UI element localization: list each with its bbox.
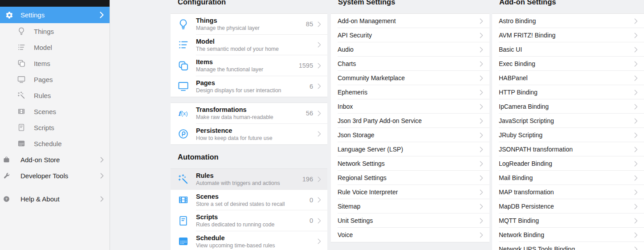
list-item-api-security[interactable]: API Security xyxy=(331,28,489,42)
sidebar-item-scripts[interactable]: Scripts xyxy=(0,119,110,135)
item-description: Manage the physical layer xyxy=(196,25,306,32)
sidebar-item-scenes[interactable]: Scenes xyxy=(0,103,110,119)
item-title: Things xyxy=(196,16,306,25)
list-item-label: Network Settings xyxy=(338,160,385,167)
list-item-language-server-lsp[interactable]: Language Server (LSP) xyxy=(331,142,489,156)
list-item-map-transformation[interactable]: MAP transformation xyxy=(492,185,644,199)
item-description: The semantic model of your home xyxy=(196,46,318,53)
sidebar-item-settings[interactable]: Settings xyxy=(0,7,110,23)
list-item-json-3rd-party-add-on-service[interactable]: Json 3rd Party Add-on Service xyxy=(331,114,489,128)
sidebar-item-label: Schedule xyxy=(34,140,62,148)
list-item-label: IpCamera Binding xyxy=(499,103,549,110)
config-item-model[interactable]: ModelThe semantic model of your home xyxy=(171,35,327,56)
list-item-http-binding[interactable]: HTTP Binding xyxy=(492,85,644,99)
chevron-right-icon xyxy=(480,232,483,238)
config-item-things[interactable]: ThingsManage the physical layer85 xyxy=(171,14,327,35)
list-item-label: Ephemeris xyxy=(338,89,367,96)
automation-title: Automation xyxy=(178,152,327,161)
sidebar-item-schedule[interactable]: Schedule xyxy=(0,135,110,152)
system-settings-title: System Settings xyxy=(338,0,489,11)
chevron-right-icon xyxy=(318,238,321,244)
list-item-jsonpath-transformation[interactable]: JSONPATH transformation xyxy=(492,142,644,156)
configuration-title: Configuration xyxy=(178,0,327,11)
item-count: 85 xyxy=(306,20,313,28)
chevron-right-icon xyxy=(480,75,483,81)
sidebar-item-help-about[interactable]: ? Help & About xyxy=(0,191,110,207)
config-item-scenes[interactable]: ScenesStore a set of desired states to r… xyxy=(171,190,327,211)
chevron-right-icon xyxy=(480,18,483,24)
list-item-mail-binding[interactable]: Mail Binding xyxy=(492,171,644,185)
configuration-card-2: f(x)TransformationsMake raw data human-r… xyxy=(171,102,327,145)
chevron-right-icon xyxy=(318,63,321,69)
list-item-label: MQTT Binding xyxy=(499,217,539,224)
list-item-label: Inbox xyxy=(338,103,353,110)
list-item-unit-settings[interactable]: Unit Settings xyxy=(331,213,489,228)
list-item-logreader-binding[interactable]: LogReader Binding xyxy=(492,156,644,171)
chevron-right-icon xyxy=(480,118,483,124)
list-item-audio[interactable]: Audio xyxy=(331,42,489,57)
list-item-network-ups-tools-binding[interactable]: Network UPS Tools Binding xyxy=(492,242,644,250)
list-item-network-settings[interactable]: Network Settings xyxy=(331,156,489,171)
gear-icon xyxy=(5,11,13,19)
list-item-network-binding[interactable]: Network Binding xyxy=(492,228,644,242)
sidebar-item-items[interactable]: Items xyxy=(0,55,110,71)
item-count: 6 xyxy=(310,83,313,90)
list-item-ephemeris[interactable]: Ephemeris xyxy=(331,85,489,99)
sidebar-item-developer-tools[interactable]: Developer Tools xyxy=(0,168,110,184)
system-settings-column: System Settings Add-on ManagementAPI Sec… xyxy=(331,0,489,242)
list-item-exec-binding[interactable]: Exec Binding xyxy=(492,57,644,71)
chevron-right-icon xyxy=(634,204,638,209)
config-item-persistence[interactable]: PersistenceHow to keep data for future u… xyxy=(171,124,327,145)
list-item-json-storage[interactable]: Json Storage xyxy=(331,128,489,142)
chevron-right-icon xyxy=(318,218,321,224)
sidebar-item-add-on-store[interactable]: Add-on Store xyxy=(0,152,110,168)
list-item-astro-binding[interactable]: Astro Binding xyxy=(492,14,644,28)
calendar-icon xyxy=(177,235,189,247)
list-item-habpanel[interactable]: HABPanel xyxy=(492,71,644,85)
list-item-avm-fritz-binding[interactable]: AVM FRITZ! Binding xyxy=(492,28,644,42)
list-item-sitemap[interactable]: Sitemap xyxy=(331,199,489,213)
list-item-label: HTTP Binding xyxy=(499,89,538,96)
list-item-jruby-scripting[interactable]: JRuby Scripting xyxy=(492,128,644,142)
list-item-label: Unit Settings xyxy=(338,217,373,224)
list-item-label: Network Binding xyxy=(499,231,544,238)
list-item-javascript-scripting[interactable]: JavaScript Scripting xyxy=(492,114,644,128)
sidebar-item-rules[interactable]: Rules xyxy=(0,87,110,103)
sidebar-item-model[interactable]: Model xyxy=(0,39,110,55)
list-item-label: Community Marketplace xyxy=(338,74,405,82)
wand-icon xyxy=(177,173,189,185)
list-item-basic-ui[interactable]: Basic UI xyxy=(492,42,644,57)
sidebar-item-label: Scripts xyxy=(34,124,54,131)
list-item-label: LogReader Binding xyxy=(499,160,552,167)
item-description: Rules dedicated to running code xyxy=(196,221,310,228)
config-item-scripts[interactable]: ScriptsRules dedicated to running code0 xyxy=(171,210,327,231)
chevron-right-icon xyxy=(480,33,483,38)
list-item-rule-voice-interpreter[interactable]: Rule Voice Interpreter xyxy=(331,185,489,199)
list-item-add-on-management[interactable]: Add-on Management xyxy=(331,14,489,28)
list-item-inbox[interactable]: Inbox xyxy=(331,99,489,114)
help-icon: ? xyxy=(3,195,10,203)
list-item-mqtt-binding[interactable]: MQTT Binding xyxy=(492,213,644,228)
config-item-schedule[interactable]: ScheduleView upcoming time-based rules xyxy=(171,231,327,250)
item-title: Items xyxy=(196,58,299,66)
config-item-pages[interactable]: PagesDesign displays for user interactio… xyxy=(171,76,327,97)
list-item-regional-settings[interactable]: Regional Settings xyxy=(331,171,489,185)
sidebar-item-pages[interactable]: Pages xyxy=(0,71,110,87)
list-item-label: Rule Voice Interpreter xyxy=(338,189,398,196)
config-item-transformations[interactable]: f(x)TransformationsMake raw data human-r… xyxy=(171,103,327,124)
list-item-voice[interactable]: Voice xyxy=(331,228,489,242)
list-item-charts[interactable]: Charts xyxy=(331,57,489,71)
chevron-right-icon xyxy=(634,218,638,224)
list-item-label: Basic UI xyxy=(499,46,522,53)
config-item-items[interactable]: ItemsManage the functional layer1595 xyxy=(171,55,327,76)
list-item-ipcamera-binding[interactable]: IpCamera Binding xyxy=(492,99,644,114)
sidebar-item-label: Help & About xyxy=(20,195,60,203)
list-item-label: Add-on Management xyxy=(338,17,396,25)
chevron-right-icon xyxy=(480,132,483,138)
chevron-right-icon xyxy=(634,232,638,238)
tools-icon xyxy=(3,172,10,180)
list-item-mapdb-persistence[interactable]: MapDB Persistence xyxy=(492,199,644,213)
sidebar-item-things[interactable]: Things xyxy=(0,23,110,39)
config-item-rules[interactable]: RulesAutomate with triggers and actions1… xyxy=(171,169,327,190)
list-item-community-marketplace[interactable]: Community Marketplace xyxy=(331,71,489,85)
